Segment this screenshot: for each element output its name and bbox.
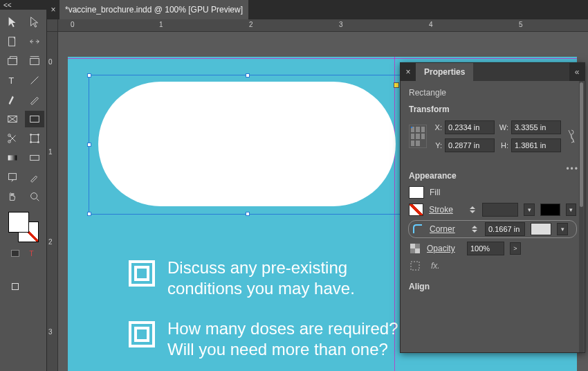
section-align-title: Align	[409, 282, 576, 291]
selection-handle-nw[interactable]	[87, 73, 91, 78]
corner-shape-dropdown[interactable]: ▾	[557, 223, 568, 235]
tool-free-transform[interactable]	[25, 130, 44, 147]
w-field[interactable]: 3.3355 in	[511, 120, 561, 134]
tool-note[interactable]	[3, 169, 22, 186]
ruler-v-1: 1	[48, 148, 53, 156]
tool-hand[interactable]	[3, 188, 22, 205]
ruler-horizontal[interactable]: 0 1 2 3 4 5	[58, 19, 588, 32]
checkbox-icon	[129, 260, 155, 287]
corner-live-handle[interactable]	[394, 82, 399, 88]
corner-label[interactable]: Corner	[430, 224, 464, 234]
panel-tab-properties[interactable]: Properties	[416, 63, 473, 81]
tool-content-collector[interactable]	[3, 53, 22, 69]
toolbox-collapse[interactable]: <<	[0, 0, 47, 10]
stroke-label[interactable]: Stroke	[429, 205, 462, 215]
corner-radius-field[interactable]: 0.1667 in	[485, 222, 525, 236]
tool-type[interactable]: T	[3, 72, 22, 89]
apply-text-color[interactable]: T	[25, 248, 39, 259]
corner-radius-spin[interactable]	[470, 223, 479, 235]
corner-icon	[412, 223, 424, 235]
opacity-label[interactable]: Opacity	[427, 244, 461, 253]
tool-rectangle[interactable]	[25, 111, 44, 127]
x-label: X:	[432, 123, 442, 132]
apply-color[interactable]	[8, 248, 22, 259]
tab-close-icon[interactable]: ×	[47, 0, 59, 19]
toolbox: T T	[0, 10, 47, 371]
svg-rect-17	[30, 155, 39, 160]
screen-mode-2[interactable]	[25, 281, 39, 292]
tool-zoom[interactable]	[25, 188, 44, 205]
stroke-style-swatch[interactable]	[540, 203, 560, 216]
stroke-weight-spin[interactable]	[468, 203, 477, 216]
panel-scrollbar[interactable]	[579, 81, 584, 352]
svg-rect-8	[30, 116, 39, 123]
document-tab-title: *vaccine_brochure.indd @ 100% [GPU Previ…	[65, 5, 243, 15]
corner-shape-swatch[interactable]	[531, 223, 551, 235]
tool-line[interactable]	[25, 72, 44, 89]
ruler-h-1: 1	[159, 21, 163, 28]
fill-swatch-white[interactable]	[409, 186, 424, 199]
stroke-weight-dropdown[interactable]: ▾	[524, 203, 534, 216]
svg-text:T: T	[8, 76, 14, 86]
x-field[interactable]: 0.2334 in	[445, 120, 495, 134]
opacity-field[interactable]: 100%	[467, 242, 504, 255]
reference-point-picker[interactable]	[409, 125, 427, 148]
ruler-vertical[interactable]: 0 1 2 3	[47, 32, 58, 371]
panel-close-icon[interactable]: ×	[401, 63, 416, 81]
panel-collapse-icon[interactable]: «	[569, 63, 585, 81]
guide-horizontal[interactable]	[68, 58, 577, 59]
fill-label[interactable]: Fill	[430, 188, 464, 197]
selection-handle-s[interactable]	[246, 212, 250, 216]
tool-rectangle-frame[interactable]	[3, 111, 22, 127]
checklist-item-2: How many doses are required? Will you ne…	[129, 318, 426, 360]
ruler-v-3: 3	[48, 328, 53, 336]
y-field[interactable]: 0.2877 in	[445, 138, 495, 152]
svg-rect-18	[8, 174, 16, 180]
tool-pen[interactable]	[3, 91, 22, 108]
stroke-weight-field[interactable]	[482, 203, 518, 217]
stroke-swatch-none[interactable]	[409, 203, 423, 216]
ruler-h-5: 5	[519, 21, 523, 28]
fill-stroke-swatches[interactable]	[8, 212, 39, 242]
selection-bounds	[89, 75, 407, 215]
svg-point-19	[30, 193, 37, 199]
h-label: H:	[497, 141, 508, 150]
document-tab-bar: × *vaccine_brochure.indd @ 100% [GPU Pre…	[47, 0, 588, 19]
selection-handle-w[interactable]	[87, 143, 91, 147]
tool-content-placer[interactable]	[25, 53, 44, 69]
stroke-style-dropdown[interactable]: ▾	[566, 203, 576, 216]
tool-gradient-swatch[interactable]	[3, 150, 22, 166]
transform-more-icon[interactable]: •••	[566, 164, 579, 174]
h-field[interactable]: 1.3861 in	[511, 138, 561, 152]
corner-row: Corner 0.1667 in ▾	[409, 221, 576, 237]
apply-gradient[interactable]	[8, 264, 22, 275]
tool-eyedropper[interactable]	[25, 169, 44, 186]
w-label: W:	[497, 123, 508, 132]
svg-rect-23	[410, 244, 415, 248]
document-tab[interactable]: *vaccine_brochure.indd @ 100% [GPU Previ…	[59, 0, 248, 19]
apply-none[interactable]	[25, 264, 39, 275]
selected-object-type: Rectangle	[409, 88, 576, 98]
svg-point-13	[37, 134, 39, 136]
svg-rect-11	[30, 135, 38, 143]
opacity-icon	[409, 242, 421, 255]
fx-label[interactable]: fx.	[431, 261, 440, 271]
screen-mode[interactable]	[8, 281, 22, 292]
tool-gap[interactable]	[25, 33, 44, 50]
selection-handle-n[interactable]	[246, 73, 250, 78]
ruler-origin[interactable]	[47, 19, 58, 32]
fill-swatch[interactable]	[8, 212, 29, 233]
effects-icon[interactable]	[409, 260, 421, 272]
tool-scissors[interactable]	[3, 130, 22, 147]
constrain-proportions-icon[interactable]	[567, 129, 576, 144]
tool-gradient-feather[interactable]	[25, 150, 44, 166]
tool-page[interactable]	[3, 33, 22, 50]
tool-pencil[interactable]	[25, 91, 44, 108]
selection-handle-sw[interactable]	[87, 212, 91, 216]
tool-selection[interactable]	[3, 14, 22, 30]
svg-rect-25	[411, 262, 419, 270]
checklist-text-1: Discuss any pre-existing conditions you …	[167, 257, 405, 299]
svg-rect-0	[8, 37, 15, 46]
tool-direct-selection[interactable]	[25, 14, 44, 30]
opacity-dropdown[interactable]: >	[510, 242, 521, 255]
